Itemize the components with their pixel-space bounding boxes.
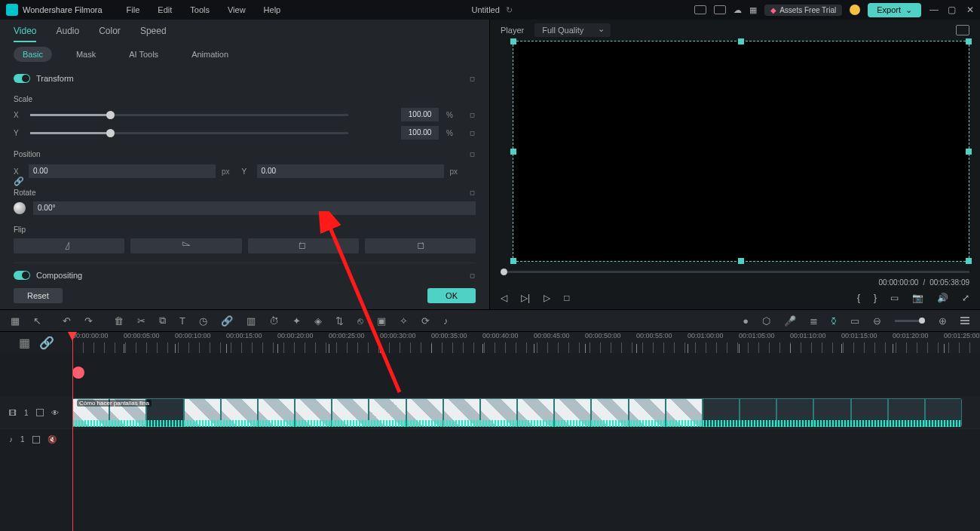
stop-button[interactable]: □	[564, 293, 569, 303]
transform-toggle[interactable]	[14, 74, 30, 83]
track-mute-icon[interactable]: 🔇	[47, 435, 57, 444]
subtab-animation[interactable]: Animation	[182, 47, 237, 62]
rotate-dial[interactable]	[14, 202, 26, 214]
resize-handle[interactable]	[510, 258, 516, 264]
resize-handle[interactable]	[966, 149, 972, 155]
layout-icon-2[interactable]	[714, 5, 726, 14]
layout-icon-1[interactable]	[694, 5, 706, 14]
effects-tool-icon[interactable]: ✧	[400, 315, 408, 327]
crop-icon[interactable]: ⧉	[159, 315, 166, 327]
assets-free-trial-button[interactable]: ◆ Assets Free Trial	[764, 5, 842, 16]
snapshot-button[interactable]: 📷	[912, 293, 923, 303]
scale-y-value[interactable]: 100.00	[401, 126, 439, 140]
resize-handle[interactable]	[738, 258, 744, 264]
resize-handle[interactable]	[966, 258, 972, 264]
timeline-options-icon[interactable]	[960, 317, 969, 324]
transform-keyframe-icon[interactable]: ◇	[467, 73, 477, 83]
compositing-keyframe-icon[interactable]: ◇	[467, 270, 477, 280]
link-icon[interactable]: 🔗	[221, 315, 233, 327]
subtab-basic[interactable]: Basic	[14, 47, 52, 62]
volume-icon[interactable]: 🔊	[937, 293, 948, 303]
marker-icon[interactable]: ⬡	[762, 315, 770, 327]
reset-button[interactable]: Reset	[14, 288, 63, 303]
position-y-field[interactable]: 0.00	[257, 164, 444, 178]
mixer-icon[interactable]: ≣	[810, 315, 818, 327]
pointer-tool-icon[interactable]: ↖	[33, 315, 41, 327]
split-icon[interactable]: ⎋	[357, 315, 363, 327]
redo-icon[interactable]: ↷	[84, 315, 93, 327]
gold-badge-icon[interactable]	[850, 5, 860, 15]
track-lock-icon[interactable]	[36, 409, 44, 416]
preview-viewport[interactable]	[513, 41, 969, 262]
menu-view[interactable]: View	[228, 5, 246, 14]
menu-file[interactable]: File	[127, 5, 140, 14]
zoom-out-icon[interactable]: ⊖	[873, 315, 881, 327]
magnet-icon[interactable]: ⧲	[831, 315, 837, 327]
grid-icon[interactable]: ▦	[749, 5, 757, 15]
tab-video[interactable]: Video	[14, 26, 36, 42]
video-track-header[interactable]: 🎞 1 👁	[0, 397, 72, 428]
menu-tools[interactable]: Tools	[190, 5, 210, 14]
mark-out-icon[interactable]: }	[874, 293, 877, 303]
track-layout-icon[interactable]: ▦	[19, 336, 30, 350]
audio-tool-icon[interactable]: ♪	[443, 315, 449, 327]
resize-handle[interactable]	[510, 38, 516, 45]
delete-icon[interactable]: 🗑	[114, 315, 124, 327]
rotate-ccw-button[interactable]	[248, 238, 359, 253]
tab-speed[interactable]: Speed	[140, 26, 167, 42]
rotate-cw-button[interactable]	[365, 238, 476, 253]
undo-icon[interactable]: ↶	[63, 315, 71, 327]
resize-handle[interactable]	[738, 38, 744, 45]
transform-section-header[interactable]: Transform ◇	[14, 66, 476, 91]
detect-icon[interactable]: ✦	[292, 315, 301, 327]
compositing-section-header[interactable]: Compositing ◇	[14, 262, 476, 282]
grid-tool-icon[interactable]: ▦	[11, 315, 20, 327]
track-link-icon[interactable]: 🔗	[39, 336, 54, 350]
play-button[interactable]: ▷	[544, 293, 550, 303]
export-button[interactable]: Export ⌄	[868, 3, 921, 17]
speed-icon[interactable]: ◷	[199, 315, 207, 327]
menu-edit[interactable]: Edit	[158, 5, 172, 14]
track-lock-icon[interactable]	[32, 436, 40, 444]
group-icon[interactable]: ▣	[377, 315, 386, 327]
rotate-field[interactable]: 0.00°	[33, 201, 476, 215]
quality-dropdown[interactable]: Full Quality	[534, 23, 611, 37]
subtab-ai-tools[interactable]: AI Tools	[120, 47, 167, 62]
player-scrubber[interactable]	[501, 266, 969, 278]
history-icon[interactable]: ↻	[506, 5, 513, 15]
position-x-field[interactable]: 0.00	[29, 164, 216, 178]
preview-canvas[interactable]	[513, 41, 969, 262]
text-icon[interactable]: T	[179, 315, 185, 327]
scale-x-value[interactable]: 100.00	[401, 108, 439, 121]
color-icon[interactable]: ▥	[247, 315, 256, 327]
prev-frame-button[interactable]: ◁	[501, 293, 507, 303]
window-minimize[interactable]: —	[929, 5, 939, 15]
tab-audio[interactable]: Audio	[56, 26, 79, 42]
tab-color[interactable]: Color	[99, 26, 121, 42]
flip-horizontal-button[interactable]	[14, 238, 124, 253]
cloud-icon[interactable]: ☁	[733, 5, 742, 15]
timeline-ruler[interactable]: ▦ 🔗 00:00:00:0000:00:05:0000:00:10:0000:…	[0, 332, 980, 353]
resize-handle[interactable]	[510, 149, 516, 155]
audio-track-header[interactable]: ♪ 1 🔇	[0, 429, 72, 450]
window-close[interactable]: ✕	[965, 5, 975, 15]
playhead[interactable]	[72, 332, 73, 531]
flip-vertical-button[interactable]	[130, 238, 241, 253]
display-icon[interactable]: ▭	[890, 293, 899, 303]
resize-handle[interactable]	[966, 38, 972, 45]
track-mute-icon[interactable]: 👁	[51, 409, 59, 417]
ok-button[interactable]: OK	[427, 288, 476, 303]
snapshot-icon[interactable]	[956, 25, 969, 35]
timeline-marker[interactable]	[72, 367, 84, 379]
rotate-keyframe-icon[interactable]: ◇	[467, 188, 477, 198]
subtab-mask[interactable]: Mask	[67, 47, 105, 62]
mic-icon[interactable]: 🎤	[784, 315, 796, 327]
zoom-slider[interactable]	[895, 320, 925, 322]
zoom-in-icon[interactable]: ⊕	[939, 315, 947, 327]
cut-icon[interactable]: ✂	[137, 315, 145, 327]
aspect-icon[interactable]: ▭	[850, 315, 859, 327]
play-backward-button[interactable]: ▷|	[521, 293, 530, 303]
scale-y-keyframe-icon[interactable]: ◇	[467, 127, 477, 137]
scale-x-keyframe-icon[interactable]: ◇	[467, 109, 477, 119]
position-keyframe-icon[interactable]: ◇	[467, 149, 477, 159]
